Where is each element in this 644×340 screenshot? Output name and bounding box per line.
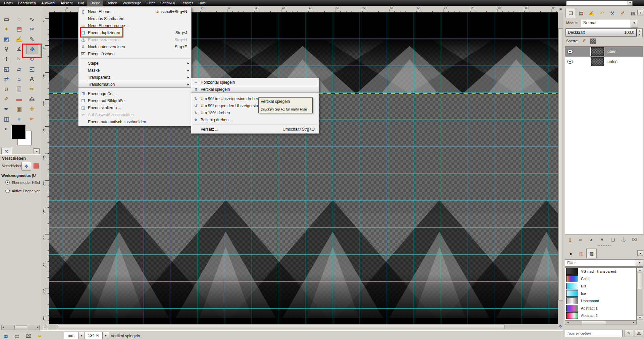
menu-item-stapel[interactable]: Stapel — [78, 60, 191, 67]
foreground-color-swatch[interactable] — [11, 125, 25, 139]
chevron-down-icon[interactable]: ▼ — [103, 332, 109, 339]
move-layer-toggle-button[interactable]: ✥ — [21, 162, 31, 171]
menubar-item[interactable]: Farben — [103, 0, 120, 6]
menu-item-ebene-skalieren[interactable]: ◱Ebene skalieren ... — [78, 104, 191, 111]
visibility-eye-icon[interactable] — [567, 50, 573, 54]
dock-drag-handle[interactable]: •••••••• — [595, 245, 614, 247]
Ice[interactable]: Ice — [565, 290, 636, 297]
brushes-tab[interactable]: ✐ — [618, 8, 628, 18]
smudge-tool[interactable]: ☛ — [26, 115, 38, 124]
foreground-select-tool[interactable]: ◩ — [1, 35, 12, 44]
alignment-tool[interactable]: ✛ — [1, 55, 12, 64]
filter-field[interactable] — [565, 259, 636, 267]
scroll-down-icon[interactable]: ▼ — [637, 315, 643, 320]
lock-pixels-icon[interactable]: ✐ — [582, 38, 586, 43]
layer-row-unten[interactable]: unten — [565, 57, 643, 67]
vertical-scrollbar[interactable] — [558, 12, 563, 324]
scale-tool[interactable]: ◱ — [1, 65, 12, 74]
menu-item-neue-ebene[interactable]: ▯Neue Ebene ...Umschalt+Strg+N — [78, 8, 191, 15]
layer-row-oben[interactable]: oben — [565, 47, 643, 57]
layer-thumbnail[interactable] — [591, 57, 604, 66]
gradients-dock-tab[interactable]: ▧ — [586, 249, 597, 258]
layer-mode-dropdown[interactable]: Normal — [581, 19, 633, 27]
tool-options-tab[interactable]: ⚒ — [1, 148, 12, 154]
menubar-item[interactable]: Fenster — [178, 0, 196, 6]
unit-dropdown[interactable]: mm ▼ — [64, 332, 85, 339]
rectangle-select-tool[interactable]: ▭ — [1, 15, 12, 24]
radio-layer-or-guide[interactable]: Ebene oder Hilfsl — [0, 178, 41, 187]
lower-layer-button[interactable]: ▼ — [598, 236, 606, 243]
opacity-spinner[interactable]: ▲▼ — [637, 28, 643, 37]
restore-options-button[interactable]: ▤ — [13, 332, 21, 340]
menu-item-horizontal-spiegeln[interactable]: ⇔Horizontal spiegeln — [191, 79, 319, 86]
Abstract 1[interactable]: Abstract 1 — [565, 304, 636, 312]
Eis[interactable]: Eis — [565, 282, 636, 290]
edit-button[interactable]: ✎ — [625, 330, 633, 337]
menu-item-transparenz[interactable]: Transparenz — [78, 74, 191, 81]
free-select-tool[interactable]: ∿ — [26, 15, 38, 24]
tags-input[interactable] — [565, 330, 622, 337]
dock-menu-button[interactable]: ◂ — [637, 10, 643, 15]
flip-tool[interactable]: ⇄ — [1, 75, 12, 84]
new-group-button[interactable]: ▭ — [576, 236, 585, 243]
scroll-up-icon[interactable]: ▲ — [637, 268, 643, 272]
layer-thumbnail[interactable] — [591, 47, 604, 56]
menu-item-nach-unten-vereinen[interactable]: ⇩Nach unten vereinenStrg+E — [78, 43, 191, 50]
rotate-tool[interactable]: ↻ — [26, 55, 38, 64]
delete-options-button[interactable]: ⌧ — [24, 332, 33, 340]
menu-item-ebene-duplizieren[interactable]: ❏Ebene duplizierenStrg+J — [78, 29, 191, 36]
menu-item-maske[interactable]: Maske — [78, 67, 191, 74]
gradient-tool[interactable]: ▒ — [13, 85, 25, 94]
tool-presets-tab[interactable]: ⚒ — [607, 8, 618, 18]
ellipse-select-tool[interactable]: ◌ — [13, 15, 25, 24]
undo-history-tab[interactable]: ↶ — [597, 8, 607, 18]
shear-tool[interactable]: ▱ — [13, 65, 25, 74]
eraser-tool[interactable]: ▬ — [13, 94, 25, 104]
scrollbar-thumb[interactable] — [58, 325, 504, 329]
measure-tool[interactable]: ∡ — [13, 45, 25, 54]
menu-item-ebene-loeschen[interactable]: ⌧Ebene löschen — [78, 50, 191, 57]
Abstract 2[interactable]: Abstract 2 — [565, 312, 636, 319]
save-options-button[interactable]: ▦ — [1, 332, 10, 340]
menubar-item[interactable]: Bearbeiten — [15, 0, 39, 6]
anchor-layer-button[interactable]: ⚓ — [619, 236, 628, 243]
navigation-button[interactable]: ✥ — [558, 324, 563, 329]
paths-tab[interactable]: ✍ — [586, 8, 597, 18]
opacity-slider[interactable]: Deckkraft 100,0 — [566, 28, 637, 37]
radio-active-layer[interactable]: Aktive Ebene ver — [0, 187, 41, 195]
chevron-down-icon[interactable]: ▼ — [78, 332, 85, 339]
scrollbar-thumb[interactable] — [638, 273, 643, 289]
scroll-left-icon[interactable]: ◂ — [2, 325, 4, 329]
menubar-item[interactable]: Ebene — [87, 0, 103, 6]
scissors-select-tool[interactable]: ✂ — [26, 25, 38, 34]
fuzzy-select-tool[interactable]: ✦ — [1, 25, 12, 34]
Color[interactable]: Color — [565, 275, 636, 282]
scroll-left-icon[interactable]: ◂ — [566, 321, 570, 325]
chevron-down-icon[interactable]: ▼ — [636, 259, 643, 267]
channels-tab[interactable]: ▤ — [576, 8, 586, 18]
raise-layer-button[interactable]: ▲ — [587, 236, 596, 243]
menu-item-transformation[interactable]: Transformation — [78, 81, 191, 88]
bucket-fill-tool[interactable]: ∪ — [1, 85, 12, 94]
delete-layer-button[interactable]: ⌧ — [630, 236, 639, 243]
menubar-item[interactable]: Filter — [144, 0, 157, 6]
move-tool[interactable]: ✥ — [26, 45, 38, 54]
scrollbar-thumb[interactable] — [558, 28, 563, 300]
zoom-tool[interactable]: ⚲ — [1, 45, 12, 54]
perspective-tool[interactable]: ◰ — [26, 65, 38, 74]
gradients-tab[interactable]: ▧ — [628, 8, 638, 18]
crop-tool[interactable]: ✁ — [13, 55, 25, 64]
clone-tool[interactable]: ▣ — [13, 105, 25, 114]
chevron-down-icon[interactable]: ▼ — [631, 19, 638, 28]
menubar-item[interactable]: Bild — [75, 0, 87, 6]
menu-item-ebenengroesse[interactable]: ⊞Ebenengröße ... — [78, 90, 191, 97]
image-selection-dropdown[interactable]: ▼ — [566, 1, 633, 6]
text-tool[interactable]: A — [26, 75, 38, 84]
gradient-hscrollbar[interactable]: ◂ ▸ — [565, 320, 637, 325]
color-picker-tool[interactable]: ✎ — [26, 35, 38, 44]
menu-item-ebene-automatisch-zuschneiden[interactable]: Ebene automatisch zuschneiden — [78, 118, 191, 125]
menu-item-versatz[interactable]: Versatz ...Umschalt+Strg+O — [191, 126, 319, 133]
brushes-dock-tab[interactable]: ● — [566, 249, 576, 258]
menubar-item[interactable]: Werkzeuge — [120, 0, 144, 6]
dodge-burn-tool[interactable]: ◐ — [1, 125, 12, 134]
